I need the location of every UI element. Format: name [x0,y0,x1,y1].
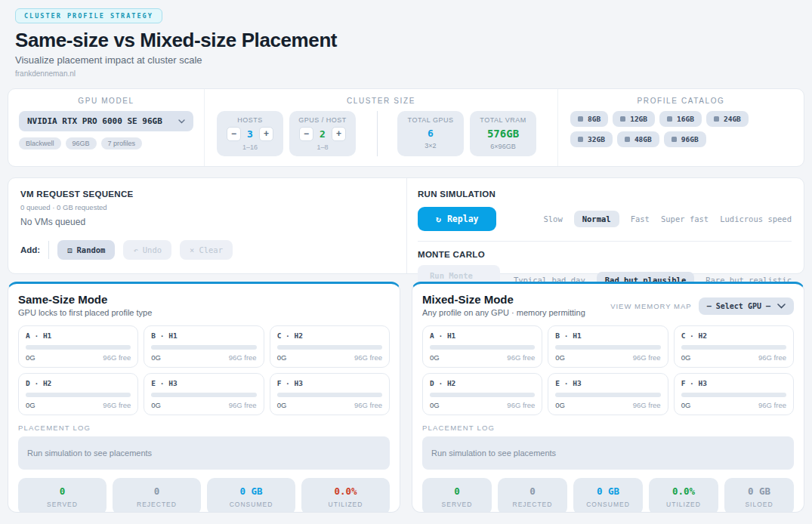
profile-chip-24gb[interactable]: 24GB [706,111,749,127]
gpu-card: A · H1 0G96G free [18,325,138,368]
stat-utilized: 0.0% UTILIZED [649,478,718,513]
monte-carlo-title: MONTE CARLO [418,250,792,259]
vm-request-section: VM REQUEST SEQUENCE 0 queued · 0 GB requ… [8,178,407,273]
memory-bar [26,345,131,350]
hosts-stepper: HOSTS − 3 + 1–16 [217,111,283,156]
gpus-per-host-decrement-button[interactable]: − [299,127,313,141]
stat-consumed: 0 GB CONSUMED [573,478,643,513]
gpus-per-host-increment-button[interactable]: + [332,127,346,141]
stat-utilized: 0.0% UTILIZED [301,478,390,513]
profile-catalog-section: PROFILE CATALOG 8GB 12GB 16GB 24GB 32GB … [558,89,804,166]
category-badge: CLUSTER PROFILE STRATEGY [15,8,162,23]
same-size-panel: Same-Size Mode GPU locks to first placed… [8,282,400,513]
dice-icon: ⚄ [67,245,72,254]
profile-swatch-icon [620,116,625,122]
run-simulation-section: RUN SIMULATION ↻ Replay Slow Normal Fast… [407,178,804,273]
gpus-per-host-stepper: GPUS / HOST − 2 + 1–8 [289,111,356,156]
add-random-button[interactable]: ⚄ Random [57,240,115,260]
gpu-card: A · H1 0G96G free [422,325,542,368]
profile-chip-96gb[interactable]: 96GB [664,131,706,147]
profile-swatch-icon [714,116,719,122]
undo-button[interactable]: ↶ Undo [123,240,171,260]
profile-swatch-icon [578,116,583,122]
gpu-card: B · H1 0G96G free [548,325,668,368]
page-header: CLUSTER PROFILE STRATEGY Same-size vs Mi… [15,8,797,78]
stat-served: 0 SERVED [422,478,492,513]
page-subtitle: Visualize placement impact at cluster sc… [15,54,797,66]
placement-log: Run simulation to see placements [18,436,390,470]
speed-option-normal[interactable]: Normal [574,211,619,227]
add-label: Add: [20,245,40,254]
tag-profiles: 7 profiles [101,137,143,149]
speed-option-ludicrous[interactable]: Ludicrous speed [720,214,792,223]
vm-queue-summary: 0 queued · 0 GB requested [20,203,394,211]
total-vram-label: TOTAL VRAM [474,116,532,124]
total-vram-detail: 6×96GB [474,143,532,150]
same-size-title: Same-Size Mode [18,293,152,306]
profile-chip-48gb[interactable]: 48GB [617,131,659,147]
stat-rejected: 0 REJECTED [113,478,201,513]
gpus-per-host-value: 2 [320,128,326,140]
profile-chip-32gb[interactable]: 32GB [570,131,613,147]
memory-bar [555,393,660,397]
cluster-size-section: CLUSTER SIZE HOSTS − 3 + 1–16 GPUS / HOS… [205,89,558,166]
gpu-model-tags: Blackwell 96GB 7 profiles [19,137,193,149]
total-gpus-label: TOTAL GPUS [402,116,459,124]
mixed-size-stats: 0 SERVED 0 REJECTED 0 GB CONSUMED 0.0% U… [422,478,794,513]
run-simulation-title: RUN SIMULATION [418,190,792,199]
total-gpus-value: 6 [402,128,459,139]
close-icon: × [190,245,194,254]
gpus-per-host-range: 1–8 [294,143,351,151]
chevron-down-icon [777,302,786,310]
memory-bar [26,393,131,397]
profile-chip-list: 8GB 12GB 16GB 24GB 32GB 48GB 96GB [569,111,793,147]
mixed-size-panel: Mixed-Size Mode Any profile on any GPU ·… [412,282,804,513]
clear-button[interactable]: × Clear [180,240,233,260]
memory-bar [277,345,382,350]
hosts-label: HOSTS [221,116,279,124]
profile-swatch-icon [667,116,672,122]
hosts-increment-button[interactable]: + [259,127,273,141]
replay-icon: ↻ [436,214,441,224]
placement-log-label: PLACEMENT LOG [18,424,390,432]
memory-bar [151,393,256,397]
chevron-down-icon [178,116,185,126]
stat-served: 0 SERVED [18,478,107,513]
gpu-card: D · H2 0G96G free [18,373,138,415]
vm-request-title: VM REQUEST SEQUENCE [20,190,394,199]
memory-bar [430,345,535,350]
same-size-subtitle: GPU locks to first placed profile type [18,308,152,317]
total-gpus-detail: 3×2 [402,142,459,149]
profile-catalog-label: PROFILE CATALOG [569,97,793,105]
memory-bar [277,393,382,397]
speed-option-super-fast[interactable]: Super fast [661,214,709,223]
profile-chip-16gb[interactable]: 16GB [659,111,702,127]
gpu-card: C · H2 0G96G free [674,325,794,368]
memory-bar [681,393,786,397]
gpu-model-value: NVIDIA RTX PRO 6000 SE 96GB [27,116,162,126]
gpu-card: C · H2 0G96G free [270,325,390,368]
speed-option-fast[interactable]: Fast [631,214,650,223]
memory-bar [681,345,786,350]
profile-swatch-icon [625,137,630,142]
hosts-decrement-button[interactable]: − [227,127,241,141]
stat-siloed: 0 GB SILOED [724,478,794,513]
gpu-model-label: GPU MODEL [19,97,193,105]
profile-chip-12gb[interactable]: 12GB [613,111,655,127]
divider [418,241,792,242]
gpu-model-dropdown[interactable]: NVIDIA RTX PRO 6000 SE 96GB [19,111,193,131]
source-link: frankdenneman.nl [15,69,797,78]
select-gpu-dropdown[interactable]: – Select GPU – [699,297,794,315]
profile-swatch-icon [578,137,583,142]
speed-options: Slow Normal Fast Super fast Ludicrous sp… [543,211,792,227]
total-vram-box: TOTAL VRAM 576GB 6×96GB [470,111,536,156]
total-gpus-box: TOTAL GPUS 6 3×2 [397,111,464,156]
speed-option-slow[interactable]: Slow [543,214,562,223]
replay-button[interactable]: ↻ Replay [418,207,496,231]
placement-log: Run simulation to see placements [422,436,794,470]
cluster-controls-panel: GPU MODEL NVIDIA RTX PRO 6000 SE 96GB Bl… [8,88,804,167]
mixed-size-title: Mixed-Size Mode [422,293,585,306]
profile-chip-8gb[interactable]: 8GB [570,111,608,127]
total-vram-value: 576GB [474,128,532,140]
undo-icon: ↶ [133,245,137,254]
